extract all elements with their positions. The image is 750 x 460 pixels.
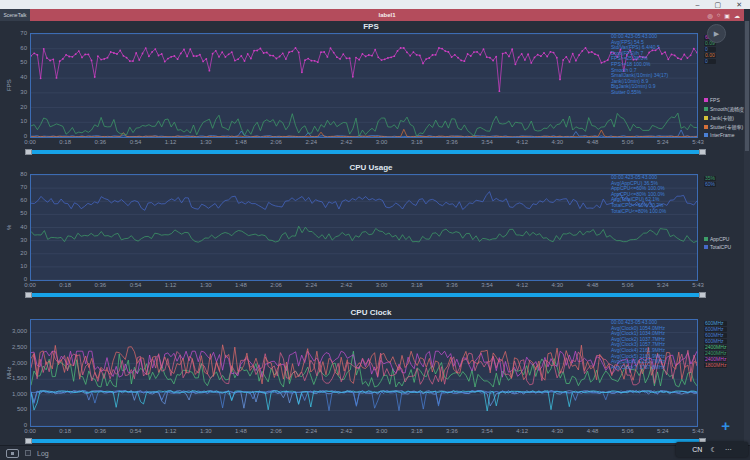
x-tick-label: 0:36: [94, 139, 106, 145]
legend-item[interactable]: Smooth(流畅度): [704, 105, 746, 112]
tab-scenetalk[interactable]: SceneTalk: [0, 9, 30, 21]
scrollbar-track[interactable]: [32, 150, 699, 154]
legend-label: Jank(卡顿): [710, 114, 734, 121]
x-axis-ticks: 0:000:180:360:541:121:301:482:062:242:42…: [30, 138, 698, 147]
minimize-button[interactable]: –: [696, 0, 700, 9]
log-checkbox[interactable]: [25, 450, 31, 456]
chart-title-fps: FPS: [0, 21, 742, 33]
scrollbar-right-handle[interactable]: [699, 292, 706, 298]
folder-icon[interactable]: ▣: [724, 12, 730, 19]
x-tick-label: 1:30: [200, 428, 212, 434]
maximize-button[interactable]: ▢: [715, 0, 722, 9]
scrollbar-left-handle[interactable]: [25, 149, 32, 155]
cpu-usage-hscrollbar[interactable]: [25, 291, 706, 298]
x-tick-label: 3:54: [481, 139, 493, 145]
x-tick-label: 0:18: [59, 428, 71, 434]
series-smooth: [31, 113, 697, 136]
y-tick-label: 10: [20, 263, 27, 269]
scenetalk-window: – ▢ ✕ SceneTalk label1 ◎○▣☁ ▶ FPS FPS 01…: [0, 0, 750, 460]
y-tick-label: 3,000: [12, 328, 27, 334]
y-tick-label: 40: [20, 224, 27, 230]
scrollbar-track[interactable]: [32, 439, 699, 443]
scrollbar-right-handle[interactable]: [699, 149, 706, 155]
x-tick-label: 4:30: [552, 282, 564, 288]
cloud-icon[interactable]: ☁: [734, 12, 740, 19]
series-fps: [31, 48, 697, 91]
y-tick-label: 60: [20, 197, 27, 203]
fps-plot[interactable]: [30, 33, 698, 138]
x-tick-label: 3:18: [411, 139, 423, 145]
x-tick-label: 1:48: [235, 139, 247, 145]
cpu-clock-plot[interactable]: [30, 319, 698, 427]
record-icon[interactable]: ◎: [707, 12, 712, 19]
x-tick-label: 2:06: [270, 282, 282, 288]
x-tick-label: 0:54: [130, 282, 142, 288]
pin-icon[interactable]: ○: [717, 12, 721, 18]
cpu-usage-chart-panel: CPU Usage % 01020304050607080 00:00.423-…: [0, 162, 742, 298]
log-checkbox-label: Log: [37, 450, 49, 457]
status-bar: Log: [0, 445, 750, 460]
y-tick-label: 2,000: [12, 360, 27, 366]
x-tick-label: 0:18: [59, 282, 71, 288]
ime-more-icon[interactable]: ⋯: [725, 446, 732, 454]
log-panel-icon[interactable]: [6, 449, 19, 458]
moon-icon[interactable]: ☾: [710, 446, 716, 454]
close-button[interactable]: ✕: [736, 0, 742, 9]
x-tick-label: 5:06: [622, 428, 634, 434]
x-tick-label: 1:48: [235, 282, 247, 288]
x-tick-label: 3:00: [376, 282, 388, 288]
legend-item[interactable]: TotalCPU: [704, 244, 731, 250]
cpu-usage-plot[interactable]: [30, 174, 698, 281]
vertical-scrollbar-thumb[interactable]: [745, 21, 749, 151]
legend-color-swatch: [704, 133, 708, 137]
chart-title-cpu-clock: CPU Clock: [0, 307, 742, 319]
vertical-scrollbar[interactable]: [744, 21, 750, 445]
session-bar[interactable]: label1 ◎○▣☁: [30, 9, 744, 21]
legend-label: TotalCPU: [710, 244, 731, 250]
x-tick-label: 0:54: [130, 139, 142, 145]
session-toolbar: ◎○▣☁: [707, 9, 740, 21]
y-tick-label: 20: [20, 104, 27, 110]
current-value-badge: 0: [704, 59, 716, 64]
legend-label: AppCPU: [710, 236, 729, 242]
legend-item[interactable]: AppCPU: [704, 236, 731, 242]
scrollbar-left-handle[interactable]: [25, 438, 32, 444]
ime-language-bar[interactable]: CN ☾ ⋯: [676, 442, 748, 457]
x-tick-label: 4:30: [552, 428, 564, 434]
y-tick-label: 500: [17, 406, 27, 412]
play-icon[interactable]: ▶: [707, 24, 726, 43]
legend-item[interactable]: Jank(卡顿): [704, 114, 746, 121]
x-tick-label: 3:36: [446, 139, 458, 145]
x-tick-label: 3:18: [411, 428, 423, 434]
x-tick-label: 0:54: [130, 428, 142, 434]
fps-hscrollbar[interactable]: [25, 148, 706, 155]
x-tick-label: 4:12: [516, 139, 528, 145]
chart-title-cpu-usage: CPU Usage: [0, 162, 742, 174]
x-tick-label: 2:24: [305, 428, 317, 434]
cpu-clock-current-values: 600MHz600MHz600MHz600MHz2400MHz2400MHz24…: [704, 321, 727, 368]
y-tick-label: 1,500: [12, 375, 27, 381]
x-tick-label: 4:12: [516, 428, 528, 434]
y-tick-label: 70: [20, 30, 27, 36]
legend-item[interactable]: Stutter(卡顿率): [704, 123, 746, 130]
ime-lang-label[interactable]: CN: [692, 446, 702, 453]
y-axis-label: MHz: [4, 319, 14, 427]
scrollbar-left-handle[interactable]: [25, 292, 32, 298]
legend-item[interactable]: InterFrame: [704, 132, 746, 138]
x-tick-label: 5:43: [692, 428, 704, 434]
y-tick-label: 10: [20, 118, 27, 124]
scrollbar-track[interactable]: [32, 293, 699, 297]
x-tick-label: 2:24: [305, 139, 317, 145]
x-tick-label: 3:54: [481, 282, 493, 288]
legend-color-swatch: [704, 125, 708, 129]
y-axis-label: FPS: [4, 33, 14, 138]
legend-item[interactable]: FPS: [704, 97, 746, 103]
cpu-clock-hscrollbar[interactable]: [25, 437, 706, 444]
y-tick-label: 50: [20, 59, 27, 65]
y-tick-label: 60: [20, 45, 27, 51]
add-chart-icon[interactable]: +: [721, 418, 730, 433]
cpu-usage-current-values: 35%60%: [704, 176, 716, 187]
x-tick-label: 2:42: [341, 282, 353, 288]
legend-color-swatch: [704, 245, 708, 249]
x-tick-label: 3:00: [376, 428, 388, 434]
